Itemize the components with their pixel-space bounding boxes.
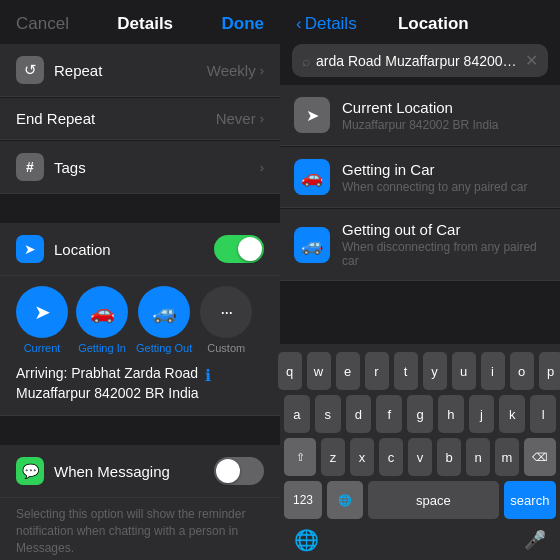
repeat-row[interactable]: ↺ Repeat Weekly › — [0, 44, 280, 97]
key-l[interactable]: l — [530, 395, 556, 433]
repeat-label: Repeat — [54, 62, 102, 79]
getting-in-btn[interactable]: 🚗 Getting In — [76, 286, 128, 354]
getting-out-car-text: Getting out of Car When disconnecting fr… — [342, 221, 546, 268]
getting-out-btn[interactable]: 🚙 Getting Out — [136, 286, 192, 354]
getting-in-car-subtitle: When connecting to any paired car — [342, 180, 527, 194]
key-e[interactable]: e — [336, 352, 360, 390]
delete-key[interactable]: ⌫ — [524, 438, 556, 476]
keyboard-row-1: q w e r t y u i o p — [284, 352, 556, 390]
key-t[interactable]: t — [394, 352, 418, 390]
current-icon: ➤ — [16, 286, 68, 338]
key-b[interactable]: b — [437, 438, 461, 476]
getting-out-label: Getting Out — [136, 342, 192, 354]
key-p[interactable]: p — [539, 352, 561, 390]
shift-key[interactable]: ⇧ — [284, 438, 316, 476]
chevron-icon: › — [260, 63, 264, 78]
location-results: ➤ Current Location Muzaffarpur 842002 BR… — [280, 85, 560, 344]
key-k[interactable]: k — [499, 395, 525, 433]
cancel-button[interactable]: Cancel — [16, 14, 69, 34]
search-icon: ⌕ — [302, 53, 310, 69]
current-location-subtitle: Muzaffarpur 842002 BR India — [342, 118, 499, 132]
location-row[interactable]: ➤ Location — [0, 223, 280, 276]
gap-2 — [0, 417, 280, 445]
right-header: ‹ Details Location — [280, 0, 560, 44]
keyboard-row-3: ⇧ z x c v b n m ⌫ — [284, 438, 556, 476]
num-key[interactable]: 123 — [284, 481, 322, 519]
location-expanded: ➤ Current 🚗 Getting In 🚙 Getting Out ···… — [0, 276, 280, 416]
messaging-toggle[interactable] — [214, 457, 264, 485]
details-title: Details — [117, 14, 173, 34]
messaging-row[interactable]: 💬 When Messaging — [0, 445, 280, 498]
tags-row-left: # Tags — [16, 153, 86, 181]
key-n[interactable]: n — [466, 438, 490, 476]
key-a[interactable]: a — [284, 395, 310, 433]
search-clear-button[interactable]: ✕ — [525, 51, 538, 70]
key-q[interactable]: q — [278, 352, 302, 390]
location-row-left: ➤ Location — [16, 235, 111, 263]
keyboard-row-2: a s d f g h j k l — [284, 395, 556, 433]
key-g[interactable]: g — [407, 395, 433, 433]
getting-out-icon: 🚙 — [138, 286, 190, 338]
current-location-result[interactable]: ➤ Current Location Muzaffarpur 842002 BR… — [280, 85, 560, 146]
key-w[interactable]: w — [307, 352, 331, 390]
current-label: Current — [24, 342, 61, 354]
mic-icon[interactable]: 🎤 — [524, 529, 546, 551]
key-y[interactable]: y — [423, 352, 447, 390]
left-panel: Cancel Details Done ↺ Repeat Weekly › En… — [0, 0, 280, 560]
info-icon[interactable]: ℹ — [205, 365, 211, 387]
end-repeat-value: Never › — [216, 110, 264, 127]
arriving-text: Arriving: Prabhat Zarda RoadMuzaffarpur … — [16, 364, 264, 403]
arriving-content: Arriving: Prabhat Zarda RoadMuzaffarpur … — [16, 364, 199, 403]
key-d[interactable]: d — [346, 395, 372, 433]
key-c[interactable]: c — [379, 438, 403, 476]
globe-icon[interactable]: 🌐 — [294, 528, 319, 552]
key-v[interactable]: v — [408, 438, 432, 476]
tags-row[interactable]: # Tags › — [0, 141, 280, 194]
search-key[interactable]: search — [504, 481, 556, 519]
getting-out-car-result[interactable]: 🚙 Getting out of Car When disconnecting … — [280, 209, 560, 281]
search-bar[interactable]: ⌕ arda Road Muzaffarpur 842002 BR India … — [292, 44, 548, 77]
tags-icon: # — [16, 153, 44, 181]
keyboard: q w e r t y u i o p a s d f g h j k l ⇧ … — [280, 344, 560, 560]
key-o[interactable]: o — [510, 352, 534, 390]
getting-in-car-title: Getting in Car — [342, 161, 527, 178]
emoji-key[interactable]: 🌐 — [327, 481, 363, 519]
back-chevron-icon: ‹ — [296, 14, 302, 34]
key-u[interactable]: u — [452, 352, 476, 390]
repeat-icon: ↺ — [16, 56, 44, 84]
getting-out-car-title: Getting out of Car — [342, 221, 546, 238]
location-label: Location — [54, 241, 111, 258]
toggle-knob — [238, 237, 262, 261]
space-key[interactable]: space — [368, 481, 499, 519]
key-z[interactable]: z — [321, 438, 345, 476]
current-location-text: Current Location Muzaffarpur 842002 BR I… — [342, 99, 499, 132]
key-s[interactable]: s — [315, 395, 341, 433]
key-r[interactable]: r — [365, 352, 389, 390]
chevron-icon: › — [260, 111, 264, 126]
key-i[interactable]: i — [481, 352, 505, 390]
key-h[interactable]: h — [438, 395, 464, 433]
section-list: ↺ Repeat Weekly › End Repeat Never › # T… — [0, 44, 280, 560]
current-btn[interactable]: ➤ Current — [16, 286, 68, 354]
getting-out-car-subtitle: When disconnecting from any paired car — [342, 240, 546, 268]
messaging-icon: 💬 — [16, 457, 44, 485]
getting-in-car-result[interactable]: 🚗 Getting in Car When connecting to any … — [280, 147, 560, 208]
current-location-icon: ➤ — [294, 97, 330, 133]
done-button[interactable]: Done — [221, 14, 264, 34]
messaging-label: When Messaging — [54, 463, 170, 480]
messaging-row-left: 💬 When Messaging — [16, 457, 170, 485]
custom-btn[interactable]: ··· Custom — [200, 286, 252, 354]
keyboard-bottom: 🌐 🎤 — [284, 524, 556, 556]
key-m[interactable]: m — [495, 438, 519, 476]
getting-in-car-text: Getting in Car When connecting to any pa… — [342, 161, 527, 194]
location-toggle[interactable] — [214, 235, 264, 263]
key-f[interactable]: f — [376, 395, 402, 433]
gap-1 — [0, 195, 280, 223]
end-repeat-row[interactable]: End Repeat Never › — [0, 98, 280, 140]
repeat-value: Weekly › — [207, 62, 264, 79]
getting-in-label: Getting In — [78, 342, 126, 354]
location-buttons: ➤ Current 🚗 Getting In 🚙 Getting Out ···… — [16, 286, 264, 354]
key-j[interactable]: j — [469, 395, 495, 433]
custom-label: Custom — [207, 342, 245, 354]
key-x[interactable]: x — [350, 438, 374, 476]
